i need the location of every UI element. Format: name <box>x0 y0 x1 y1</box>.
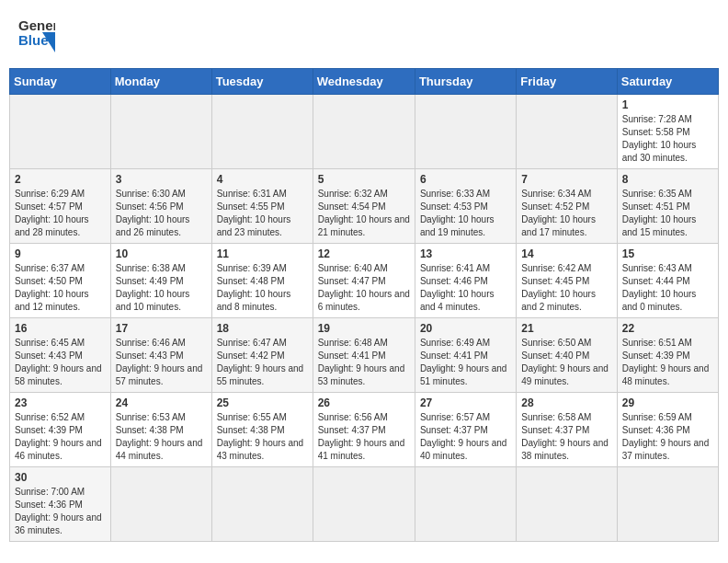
calendar-cell <box>617 467 718 542</box>
day-info: Sunrise: 6:50 AM Sunset: 4:40 PM Dayligh… <box>521 337 611 388</box>
weekday-header-thursday: Thursday <box>415 69 516 95</box>
day-info: Sunrise: 6:41 AM Sunset: 4:46 PM Dayligh… <box>420 262 511 314</box>
day-number: 29 <box>622 396 713 409</box>
calendar-week-6: 30Sunrise: 7:00 AM Sunset: 4:36 PM Dayli… <box>10 467 719 542</box>
calendar-cell <box>415 467 516 542</box>
day-number: 26 <box>318 396 410 409</box>
calendar-cell: 3Sunrise: 6:30 AM Sunset: 4:56 PM Daylig… <box>110 169 211 244</box>
day-info: Sunrise: 6:56 AM Sunset: 4:37 PM Dayligh… <box>318 411 410 463</box>
logo: General Blue <box>18 14 55 56</box>
day-number: 7 <box>521 173 611 186</box>
calendar-cell: 16Sunrise: 6:45 AM Sunset: 4:43 PM Dayli… <box>10 318 111 393</box>
calendar-cell <box>313 467 415 542</box>
calendar-cell: 15Sunrise: 6:43 AM Sunset: 4:44 PM Dayli… <box>617 244 718 318</box>
calendar-cell: 5Sunrise: 6:32 AM Sunset: 4:54 PM Daylig… <box>313 169 415 244</box>
day-number: 2 <box>15 173 106 186</box>
calendar-cell: 27Sunrise: 6:57 AM Sunset: 4:37 PM Dayli… <box>415 393 516 467</box>
day-number: 14 <box>521 247 611 260</box>
day-number: 30 <box>15 471 106 484</box>
calendar-cell: 24Sunrise: 6:53 AM Sunset: 4:38 PM Dayli… <box>110 393 211 467</box>
day-info: Sunrise: 6:39 AM Sunset: 4:48 PM Dayligh… <box>217 262 308 314</box>
calendar-cell <box>211 95 313 169</box>
day-info: Sunrise: 6:29 AM Sunset: 4:57 PM Dayligh… <box>15 188 106 239</box>
day-number: 15 <box>622 247 713 260</box>
calendar-cell: 22Sunrise: 6:51 AM Sunset: 4:39 PM Dayli… <box>617 318 718 393</box>
calendar-week-2: 2Sunrise: 6:29 AM Sunset: 4:57 PM Daylig… <box>10 169 719 244</box>
calendar-cell: 18Sunrise: 6:47 AM Sunset: 4:42 PM Dayli… <box>211 318 313 393</box>
calendar-cell: 10Sunrise: 6:38 AM Sunset: 4:49 PM Dayli… <box>110 244 211 318</box>
calendar-cell <box>211 467 313 542</box>
calendar-cell: 2Sunrise: 6:29 AM Sunset: 4:57 PM Daylig… <box>10 169 111 244</box>
day-number: 19 <box>318 322 410 335</box>
weekday-header-row: SundayMondayTuesdayWednesdayThursdayFrid… <box>10 69 719 95</box>
svg-text:General: General <box>18 17 55 33</box>
calendar-cell <box>10 95 111 169</box>
day-info: Sunrise: 6:30 AM Sunset: 4:56 PM Dayligh… <box>116 188 207 239</box>
day-info: Sunrise: 7:00 AM Sunset: 4:36 PM Dayligh… <box>15 486 106 537</box>
day-number: 12 <box>318 247 410 260</box>
calendar-cell <box>517 467 617 542</box>
calendar-cell: 19Sunrise: 6:48 AM Sunset: 4:41 PM Dayli… <box>313 318 415 393</box>
day-number: 23 <box>15 396 106 409</box>
day-info: Sunrise: 6:33 AM Sunset: 4:53 PM Dayligh… <box>420 188 511 239</box>
day-number: 13 <box>420 247 511 260</box>
day-number: 22 <box>622 322 713 335</box>
calendar-cell <box>110 95 211 169</box>
page-header: General Blue <box>9 9 719 61</box>
weekday-header-saturday: Saturday <box>617 69 718 95</box>
calendar-cell <box>415 95 516 169</box>
day-info: Sunrise: 6:52 AM Sunset: 4:39 PM Dayligh… <box>15 411 106 463</box>
day-number: 16 <box>15 322 106 335</box>
day-info: Sunrise: 6:53 AM Sunset: 4:38 PM Dayligh… <box>116 411 207 463</box>
day-number: 25 <box>217 396 308 409</box>
weekday-header-sunday: Sunday <box>10 69 111 95</box>
calendar-table: SundayMondayTuesdayWednesdayThursdayFrid… <box>9 68 719 542</box>
day-info: Sunrise: 6:57 AM Sunset: 4:37 PM Dayligh… <box>420 411 511 463</box>
day-info: Sunrise: 6:51 AM Sunset: 4:39 PM Dayligh… <box>622 337 713 388</box>
logo-icon: General Blue <box>18 14 55 56</box>
day-info: Sunrise: 6:42 AM Sunset: 4:45 PM Dayligh… <box>521 262 611 314</box>
day-number: 1 <box>622 98 713 111</box>
day-info: Sunrise: 6:34 AM Sunset: 4:52 PM Dayligh… <box>521 188 611 239</box>
weekday-header-friday: Friday <box>517 69 617 95</box>
day-info: Sunrise: 6:58 AM Sunset: 4:37 PM Dayligh… <box>521 411 611 463</box>
calendar-cell: 1Sunrise: 7:28 AM Sunset: 5:58 PM Daylig… <box>617 95 718 169</box>
day-info: Sunrise: 6:46 AM Sunset: 4:43 PM Dayligh… <box>116 337 207 388</box>
day-info: Sunrise: 6:38 AM Sunset: 4:49 PM Dayligh… <box>116 262 207 314</box>
weekday-header-monday: Monday <box>110 69 211 95</box>
day-number: 20 <box>420 322 511 335</box>
calendar-cell: 9Sunrise: 6:37 AM Sunset: 4:50 PM Daylig… <box>10 244 111 318</box>
day-info: Sunrise: 6:35 AM Sunset: 4:51 PM Dayligh… <box>622 188 713 239</box>
day-number: 28 <box>521 396 611 409</box>
calendar-cell: 12Sunrise: 6:40 AM Sunset: 4:47 PM Dayli… <box>313 244 415 318</box>
day-info: Sunrise: 7:28 AM Sunset: 5:58 PM Dayligh… <box>622 113 713 165</box>
calendar-cell: 21Sunrise: 6:50 AM Sunset: 4:40 PM Dayli… <box>517 318 617 393</box>
day-number: 21 <box>521 322 611 335</box>
calendar-cell: 28Sunrise: 6:58 AM Sunset: 4:37 PM Dayli… <box>517 393 617 467</box>
day-info: Sunrise: 6:47 AM Sunset: 4:42 PM Dayligh… <box>217 337 308 388</box>
day-info: Sunrise: 6:48 AM Sunset: 4:41 PM Dayligh… <box>318 337 410 388</box>
day-number: 18 <box>217 322 308 335</box>
calendar-cell: 7Sunrise: 6:34 AM Sunset: 4:52 PM Daylig… <box>517 169 617 244</box>
day-number: 11 <box>217 247 308 260</box>
day-number: 17 <box>116 322 207 335</box>
calendar-cell: 8Sunrise: 6:35 AM Sunset: 4:51 PM Daylig… <box>617 169 718 244</box>
day-info: Sunrise: 6:40 AM Sunset: 4:47 PM Dayligh… <box>318 262 410 314</box>
day-info: Sunrise: 6:31 AM Sunset: 4:55 PM Dayligh… <box>217 188 308 239</box>
day-number: 4 <box>217 173 308 186</box>
calendar-cell: 13Sunrise: 6:41 AM Sunset: 4:46 PM Dayli… <box>415 244 516 318</box>
calendar-cell <box>517 95 617 169</box>
calendar-cell: 30Sunrise: 7:00 AM Sunset: 4:36 PM Dayli… <box>10 467 111 542</box>
day-number: 27 <box>420 396 511 409</box>
day-number: 10 <box>116 247 207 260</box>
calendar-cell: 29Sunrise: 6:59 AM Sunset: 4:36 PM Dayli… <box>617 393 718 467</box>
day-number: 8 <box>622 173 713 186</box>
calendar-cell: 25Sunrise: 6:55 AM Sunset: 4:38 PM Dayli… <box>211 393 313 467</box>
day-info: Sunrise: 6:59 AM Sunset: 4:36 PM Dayligh… <box>622 411 713 463</box>
day-info: Sunrise: 6:55 AM Sunset: 4:38 PM Dayligh… <box>217 411 308 463</box>
day-info: Sunrise: 6:32 AM Sunset: 4:54 PM Dayligh… <box>318 188 410 239</box>
calendar-cell: 17Sunrise: 6:46 AM Sunset: 4:43 PM Dayli… <box>110 318 211 393</box>
calendar-cell: 14Sunrise: 6:42 AM Sunset: 4:45 PM Dayli… <box>517 244 617 318</box>
day-info: Sunrise: 6:45 AM Sunset: 4:43 PM Dayligh… <box>15 337 106 388</box>
day-number: 5 <box>318 173 410 186</box>
